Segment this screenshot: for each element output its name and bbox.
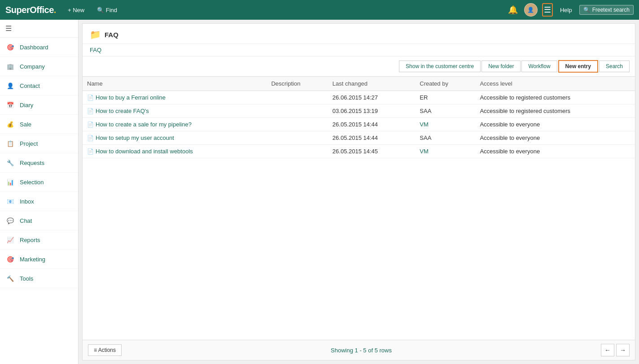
breadcrumb-link[interactable]: FAQ bbox=[90, 47, 101, 53]
cell-created-by: VM bbox=[415, 118, 475, 131]
notifications-button[interactable]: 🔔 bbox=[506, 3, 520, 17]
tools-icon: 🔨 bbox=[5, 273, 15, 283]
top-navigation: SuperOffice. + New 🔍 Find 🔔 👤 ☰ Help 🔍 F… bbox=[0, 0, 639, 20]
folder-icon: 📁 bbox=[90, 29, 101, 40]
new-entry-button[interactable]: New entry bbox=[558, 60, 598, 73]
sidebar-item-project[interactable]: 📋 Project bbox=[0, 134, 78, 153]
entry-icon: 📄 bbox=[87, 135, 94, 141]
col-name: Name bbox=[83, 77, 267, 91]
sale-icon: 💰 bbox=[5, 119, 15, 129]
table-container: Name Description Last changed Created by… bbox=[83, 77, 635, 340]
sidebar-item-requests[interactable]: 🔧 Requests bbox=[0, 153, 78, 173]
new-button[interactable]: + New bbox=[65, 5, 87, 15]
entry-name-link[interactable]: How to create FAQ's bbox=[96, 108, 149, 114]
showing-rows-label[interactable]: Showing 1 - 5 of 5 rows bbox=[122, 347, 601, 354]
sidebar-item-marketing[interactable]: 🎯 Marketing bbox=[0, 250, 78, 269]
requests-icon: 🔧 bbox=[5, 158, 15, 168]
sidebar: ☰ 🎯 Dashboard 🏢 Company 👤 Contact 📅 Diar… bbox=[0, 20, 79, 364]
workflow-button[interactable]: Workflow bbox=[521, 61, 557, 72]
new-folder-button[interactable]: New folder bbox=[481, 61, 521, 72]
sidebar-item-label: Tools bbox=[20, 275, 33, 282]
sidebar-item-label: Inbox bbox=[20, 198, 34, 205]
col-created-by: Created by bbox=[415, 77, 475, 91]
faq-table: Name Description Last changed Created by… bbox=[83, 77, 635, 158]
table-row: 📄How to buy a Ferrari online26.06.2015 1… bbox=[83, 91, 635, 104]
search-icon: 🔍 bbox=[583, 7, 590, 13]
breadcrumb: FAQ bbox=[83, 44, 635, 56]
sidebar-item-contact[interactable]: 👤 Contact bbox=[0, 76, 78, 95]
sidebar-item-label: Dashboard bbox=[20, 44, 48, 51]
entry-icon: 📄 bbox=[87, 108, 94, 114]
cell-description bbox=[267, 131, 328, 145]
cell-access-level: Accessible to everyone bbox=[475, 145, 635, 158]
toolbar: Show in the customer centre New folder W… bbox=[83, 56, 635, 77]
sidebar-item-label: Requests bbox=[20, 160, 44, 166]
project-icon: 📋 bbox=[5, 139, 15, 148]
content-header: 📁 FAQ bbox=[83, 24, 635, 44]
table-row: 📄How to create FAQ's03.06.2015 13:19SAAA… bbox=[83, 104, 635, 118]
help-link[interactable]: Help bbox=[557, 5, 575, 15]
cell-created-by: VM bbox=[415, 145, 475, 158]
cell-last-changed: 26.05.2015 14:44 bbox=[328, 118, 415, 131]
sidebar-item-diary[interactable]: 📅 Diary bbox=[0, 95, 78, 115]
cell-name: 📄How to setup my user account bbox=[83, 131, 267, 145]
reports-icon: 📈 bbox=[5, 235, 15, 245]
cell-description bbox=[267, 91, 328, 104]
diary-icon: 📅 bbox=[5, 100, 15, 110]
cell-created-by: SAA bbox=[415, 104, 475, 118]
search-button[interactable]: Search bbox=[599, 61, 630, 72]
company-icon: 🏢 bbox=[5, 61, 15, 71]
cell-last-changed: 26.05.2015 14:44 bbox=[328, 131, 415, 145]
cell-last-changed: 26.06.2015 14:27 bbox=[328, 91, 415, 104]
entry-name-link[interactable]: How to download and install webtools bbox=[96, 148, 193, 155]
next-page-button[interactable]: → bbox=[616, 344, 630, 356]
show-customer-centre-button[interactable]: Show in the customer centre bbox=[399, 61, 481, 72]
chat-icon: 💬 bbox=[5, 216, 15, 225]
sidebar-toggle[interactable]: ☰ bbox=[0, 20, 78, 38]
cell-name: 📄How to buy a Ferrari online bbox=[83, 91, 267, 104]
cell-name: 📄How to create FAQ's bbox=[83, 104, 267, 118]
avatar[interactable]: 👤 bbox=[524, 3, 538, 17]
entry-icon: 📄 bbox=[87, 148, 94, 155]
content-footer: ≡ Actions Showing 1 - 5 of 5 rows ← → bbox=[83, 340, 635, 360]
sidebar-item-sale[interactable]: 💰 Sale bbox=[0, 115, 78, 134]
cell-access-level: Accessible to registered customers bbox=[475, 104, 635, 118]
entry-name-link[interactable]: How to buy a Ferrari online bbox=[96, 94, 166, 101]
main-layout: ☰ 🎯 Dashboard 🏢 Company 👤 Contact 📅 Diar… bbox=[0, 20, 639, 364]
entry-name-link[interactable]: How to create a sale for my pipeline? bbox=[96, 121, 192, 128]
sidebar-item-selection[interactable]: 📊 Selection bbox=[0, 173, 78, 192]
col-last-changed: Last changed bbox=[328, 77, 415, 91]
content-panel: 📁 FAQ FAQ Show in the customer centre Ne… bbox=[82, 23, 635, 360]
dashboard-icon: 🎯 bbox=[5, 42, 15, 52]
nav-right-group: 🔔 👤 ☰ Help 🔍 Freetext search bbox=[506, 3, 634, 17]
sidebar-item-label: Sale bbox=[20, 121, 31, 128]
cell-access-level: Accessible to everyone bbox=[475, 131, 635, 145]
freetext-search-box[interactable]: 🔍 Freetext search bbox=[579, 5, 634, 15]
table-header-row: Name Description Last changed Created by… bbox=[83, 77, 635, 91]
sidebar-item-reports[interactable]: 📈 Reports bbox=[0, 230, 78, 250]
sidebar-item-dashboard[interactable]: 🎯 Dashboard bbox=[0, 38, 78, 57]
cell-description bbox=[267, 104, 328, 118]
prev-page-button[interactable]: ← bbox=[601, 344, 614, 356]
sidebar-item-label: Contact bbox=[20, 82, 40, 89]
created-by-value: VM bbox=[420, 148, 429, 155]
sidebar-item-company[interactable]: 🏢 Company bbox=[0, 57, 78, 76]
find-button[interactable]: 🔍 Find bbox=[94, 5, 120, 15]
sidebar-item-chat[interactable]: 💬 Chat bbox=[0, 211, 78, 230]
cell-name: 📄How to download and install webtools bbox=[83, 145, 267, 158]
sidebar-item-label: Company bbox=[20, 63, 45, 70]
cell-created-by: SAA bbox=[415, 131, 475, 145]
sidebar-item-label: Diary bbox=[20, 102, 33, 108]
actions-button[interactable]: ≡ Actions bbox=[88, 344, 122, 356]
selection-icon: 📊 bbox=[5, 177, 15, 187]
col-access-level: Access level bbox=[475, 77, 635, 91]
pagination-arrows: ← → bbox=[601, 344, 630, 356]
main-menu-button[interactable]: ☰ bbox=[542, 3, 553, 17]
cell-last-changed: 03.06.2015 13:19 bbox=[328, 104, 415, 118]
app-logo: SuperOffice. bbox=[5, 5, 56, 15]
cell-access-level: Accessible to everyone bbox=[475, 118, 635, 131]
created-by-value: VM bbox=[420, 121, 429, 128]
sidebar-item-inbox[interactable]: 📧 Inbox bbox=[0, 192, 78, 211]
sidebar-item-tools[interactable]: 🔨 Tools bbox=[0, 269, 78, 288]
entry-name-link[interactable]: How to setup my user account bbox=[96, 134, 174, 141]
